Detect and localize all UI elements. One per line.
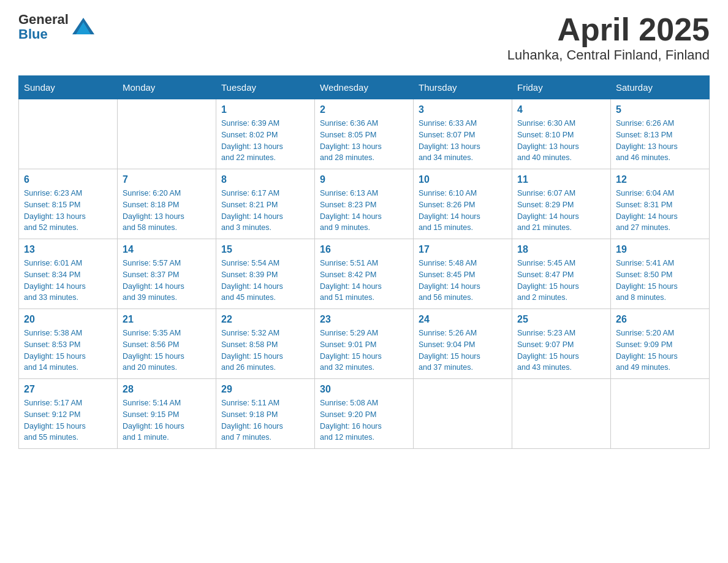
calendar-cell: 23Sunrise: 5:29 AM Sunset: 9:01 PM Dayli… xyxy=(315,309,414,379)
calendar-cell: 21Sunrise: 5:35 AM Sunset: 8:56 PM Dayli… xyxy=(118,309,216,379)
calendar-cell: 16Sunrise: 5:51 AM Sunset: 8:42 PM Dayli… xyxy=(315,239,414,309)
calendar-cell: 8Sunrise: 6:17 AM Sunset: 8:21 PM Daylig… xyxy=(216,169,315,239)
calendar-cell: 27Sunrise: 5:17 AM Sunset: 9:12 PM Dayli… xyxy=(19,379,118,449)
logo-icon xyxy=(71,15,96,39)
calendar-cell: 3Sunrise: 6:33 AM Sunset: 8:07 PM Daylig… xyxy=(414,99,512,169)
day-number: 8 xyxy=(221,174,309,185)
day-number: 4 xyxy=(517,104,605,115)
col-saturday: Saturday xyxy=(611,76,710,99)
calendar-body: 1Sunrise: 6:39 AM Sunset: 8:02 PM Daylig… xyxy=(19,99,710,449)
day-info: Sunrise: 5:17 AM Sunset: 9:12 PM Dayligh… xyxy=(24,397,112,443)
col-friday: Friday xyxy=(512,76,611,99)
day-info: Sunrise: 5:41 AM Sunset: 8:50 PM Dayligh… xyxy=(616,258,704,304)
calendar-cell: 22Sunrise: 5:32 AM Sunset: 8:58 PM Dayli… xyxy=(216,309,315,379)
day-number: 27 xyxy=(24,384,112,395)
calendar-cell xyxy=(19,99,118,169)
day-info: Sunrise: 5:29 AM Sunset: 9:01 PM Dayligh… xyxy=(320,327,408,373)
logo: GeneralBlue xyxy=(18,12,96,42)
calendar-cell: 25Sunrise: 5:23 AM Sunset: 9:07 PM Dayli… xyxy=(512,309,611,379)
day-info: Sunrise: 6:13 AM Sunset: 8:23 PM Dayligh… xyxy=(320,188,408,234)
day-number: 25 xyxy=(517,314,605,325)
col-tuesday: Tuesday xyxy=(216,76,315,99)
day-info: Sunrise: 6:01 AM Sunset: 8:34 PM Dayligh… xyxy=(24,258,112,304)
calendar-cell: 9Sunrise: 6:13 AM Sunset: 8:23 PM Daylig… xyxy=(315,169,414,239)
calendar-week-2: 6Sunrise: 6:23 AM Sunset: 8:15 PM Daylig… xyxy=(19,169,710,239)
calendar-cell: 20Sunrise: 5:38 AM Sunset: 8:53 PM Dayli… xyxy=(19,309,118,379)
calendar-week-1: 1Sunrise: 6:39 AM Sunset: 8:02 PM Daylig… xyxy=(19,99,710,169)
calendar-cell xyxy=(414,379,512,449)
day-info: Sunrise: 6:20 AM Sunset: 8:18 PM Dayligh… xyxy=(123,188,211,234)
day-number: 20 xyxy=(24,314,112,325)
day-number: 24 xyxy=(419,314,507,325)
day-number: 13 xyxy=(24,244,112,255)
calendar-title: April 2025 xyxy=(507,12,710,47)
calendar-cell: 18Sunrise: 5:45 AM Sunset: 8:47 PM Dayli… xyxy=(512,239,611,309)
day-info: Sunrise: 5:54 AM Sunset: 8:39 PM Dayligh… xyxy=(221,258,309,304)
day-number: 14 xyxy=(123,244,211,255)
day-number: 7 xyxy=(123,174,211,185)
day-info: Sunrise: 5:48 AM Sunset: 8:45 PM Dayligh… xyxy=(419,258,507,304)
day-number: 17 xyxy=(419,244,507,255)
day-info: Sunrise: 5:26 AM Sunset: 9:04 PM Dayligh… xyxy=(419,327,507,373)
day-info: Sunrise: 5:11 AM Sunset: 9:18 PM Dayligh… xyxy=(221,397,309,443)
calendar-week-5: 27Sunrise: 5:17 AM Sunset: 9:12 PM Dayli… xyxy=(19,379,710,449)
day-number: 9 xyxy=(320,174,408,185)
day-number: 19 xyxy=(616,244,704,255)
day-number: 28 xyxy=(123,384,211,395)
calendar-cell: 13Sunrise: 6:01 AM Sunset: 8:34 PM Dayli… xyxy=(19,239,118,309)
day-info: Sunrise: 6:10 AM Sunset: 8:26 PM Dayligh… xyxy=(419,188,507,234)
calendar-cell: 1Sunrise: 6:39 AM Sunset: 8:02 PM Daylig… xyxy=(216,99,315,169)
day-info: Sunrise: 6:33 AM Sunset: 8:07 PM Dayligh… xyxy=(419,118,507,164)
col-thursday: Thursday xyxy=(414,76,512,99)
day-info: Sunrise: 6:36 AM Sunset: 8:05 PM Dayligh… xyxy=(320,118,408,164)
calendar-cell: 24Sunrise: 5:26 AM Sunset: 9:04 PM Dayli… xyxy=(414,309,512,379)
day-info: Sunrise: 5:38 AM Sunset: 8:53 PM Dayligh… xyxy=(24,327,112,373)
day-info: Sunrise: 5:23 AM Sunset: 9:07 PM Dayligh… xyxy=(517,327,605,373)
day-number: 18 xyxy=(517,244,605,255)
calendar-cell: 12Sunrise: 6:04 AM Sunset: 8:31 PM Dayli… xyxy=(611,169,710,239)
calendar-cell: 30Sunrise: 5:08 AM Sunset: 9:20 PM Dayli… xyxy=(315,379,414,449)
calendar-cell: 17Sunrise: 5:48 AM Sunset: 8:45 PM Dayli… xyxy=(414,239,512,309)
calendar-cell: 28Sunrise: 5:14 AM Sunset: 9:15 PM Dayli… xyxy=(118,379,216,449)
day-number: 11 xyxy=(517,174,605,185)
day-number: 30 xyxy=(320,384,408,395)
day-info: Sunrise: 6:23 AM Sunset: 8:15 PM Dayligh… xyxy=(24,188,112,234)
day-info: Sunrise: 6:07 AM Sunset: 8:29 PM Dayligh… xyxy=(517,188,605,234)
day-number: 10 xyxy=(419,174,507,185)
calendar-cell: 14Sunrise: 5:57 AM Sunset: 8:37 PM Dayli… xyxy=(118,239,216,309)
day-info: Sunrise: 6:26 AM Sunset: 8:13 PM Dayligh… xyxy=(616,118,704,164)
day-number: 26 xyxy=(616,314,704,325)
day-info: Sunrise: 5:14 AM Sunset: 9:15 PM Dayligh… xyxy=(123,397,211,443)
col-monday: Monday xyxy=(118,76,216,99)
page-header: GeneralBlue April 2025 Luhanka, Central … xyxy=(18,12,710,63)
calendar-cell: 6Sunrise: 6:23 AM Sunset: 8:15 PM Daylig… xyxy=(19,169,118,239)
calendar-cell xyxy=(118,99,216,169)
calendar-header: Sunday Monday Tuesday Wednesday Thursday… xyxy=(19,76,710,99)
day-number: 22 xyxy=(221,314,309,325)
calendar-subtitle: Luhanka, Central Finland, Finland xyxy=(507,47,710,63)
logo-text: GeneralBlue xyxy=(18,12,69,42)
calendar-cell: 15Sunrise: 5:54 AM Sunset: 8:39 PM Dayli… xyxy=(216,239,315,309)
calendar-week-4: 20Sunrise: 5:38 AM Sunset: 8:53 PM Dayli… xyxy=(19,309,710,379)
day-info: Sunrise: 5:45 AM Sunset: 8:47 PM Dayligh… xyxy=(517,258,605,304)
col-wednesday: Wednesday xyxy=(315,76,414,99)
day-info: Sunrise: 5:20 AM Sunset: 9:09 PM Dayligh… xyxy=(616,327,704,373)
calendar-cell: 4Sunrise: 6:30 AM Sunset: 8:10 PM Daylig… xyxy=(512,99,611,169)
day-number: 6 xyxy=(24,174,112,185)
calendar-cell: 19Sunrise: 5:41 AM Sunset: 8:50 PM Dayli… xyxy=(611,239,710,309)
calendar-cell: 10Sunrise: 6:10 AM Sunset: 8:26 PM Dayli… xyxy=(414,169,512,239)
day-info: Sunrise: 6:39 AM Sunset: 8:02 PM Dayligh… xyxy=(221,118,309,164)
day-number: 16 xyxy=(320,244,408,255)
day-number: 2 xyxy=(320,104,408,115)
calendar-cell: 29Sunrise: 5:11 AM Sunset: 9:18 PM Dayli… xyxy=(216,379,315,449)
calendar-cell: 26Sunrise: 5:20 AM Sunset: 9:09 PM Dayli… xyxy=(611,309,710,379)
calendar-cell: 2Sunrise: 6:36 AM Sunset: 8:05 PM Daylig… xyxy=(315,99,414,169)
calendar-cell xyxy=(512,379,611,449)
header-row: Sunday Monday Tuesday Wednesday Thursday… xyxy=(19,76,710,99)
day-number: 29 xyxy=(221,384,309,395)
calendar-week-3: 13Sunrise: 6:01 AM Sunset: 8:34 PM Dayli… xyxy=(19,239,710,309)
day-info: Sunrise: 5:51 AM Sunset: 8:42 PM Dayligh… xyxy=(320,258,408,304)
calendar-table: Sunday Monday Tuesday Wednesday Thursday… xyxy=(18,75,710,449)
day-number: 15 xyxy=(221,244,309,255)
day-info: Sunrise: 6:04 AM Sunset: 8:31 PM Dayligh… xyxy=(616,188,704,234)
